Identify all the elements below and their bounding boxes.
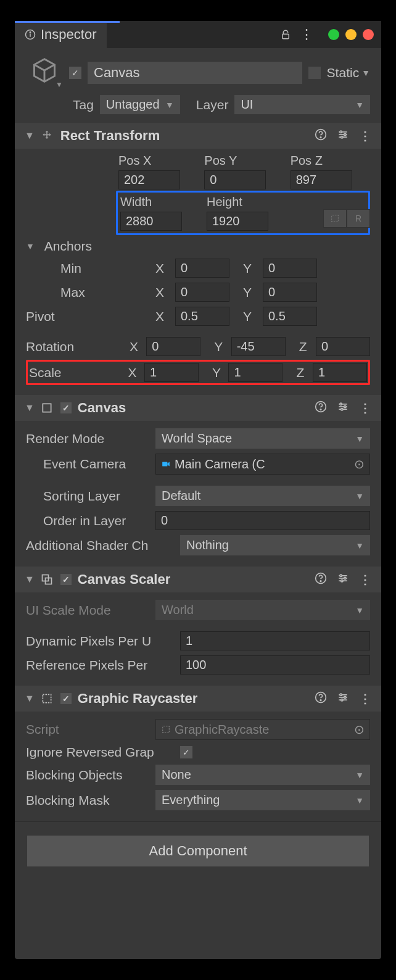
object-picker-icon[interactable]: ⊙ [354,457,365,471]
additional-shader-dropdown[interactable]: Nothing▼ [180,535,370,555]
presets-icon[interactable] [337,401,349,415]
script-field: GraphicRaycaste ⊙ [155,719,370,740]
ignore-reversed-checkbox[interactable]: ✓ [180,746,192,758]
static-checkbox[interactable] [308,67,321,79]
tag-dropdown[interactable]: Untagged▼ [100,95,180,114]
svg-point-32 [341,580,343,582]
presets-icon[interactable] [337,572,349,587]
foldout-icon[interactable]: ▼ [25,693,35,704]
tag-label: Tag [73,98,94,112]
blocking-objects-dropdown[interactable]: None▼ [155,765,370,785]
kebab-icon[interactable]: ⋮ [359,691,371,706]
static-label: Static [327,65,360,80]
width-input[interactable] [120,212,182,231]
svg-rect-3 [283,34,289,39]
anchor-max-y[interactable] [263,283,317,302]
traffic-green[interactable] [328,29,339,40]
svg-rect-22 [162,462,167,467]
reference-pixels-input[interactable] [180,655,370,675]
svg-point-2 [30,32,31,33]
pivot-y[interactable] [263,307,317,326]
anchor-min-y[interactable] [263,259,317,278]
tab-inspector[interactable]: Inspector [15,21,107,48]
camera-icon [161,460,171,468]
traffic-red[interactable] [363,29,374,40]
event-camera-field[interactable]: Main Camera (C ⊙ [155,454,370,475]
canvas-scaler-enabled-checkbox[interactable]: ✓ [60,574,72,585]
height-input[interactable] [207,212,268,231]
foldout-icon[interactable]: ▼ [25,130,35,141]
foldout-icon[interactable]: ▼ [25,574,35,585]
sorting-layer-dropdown[interactable]: Default▼ [155,486,370,506]
svg-rect-42 [163,726,170,733]
svg-point-26 [320,581,321,582]
dynamic-pixels-input[interactable] [180,631,370,650]
svg-point-35 [320,700,321,701]
svg-point-39 [340,694,342,696]
canvas-scaler-icon [41,573,54,586]
svg-point-15 [320,409,321,410]
tab-label: Inspector [41,27,97,43]
gameobject-name-input[interactable] [88,62,302,84]
svg-point-40 [344,696,346,698]
svg-rect-12 [332,215,339,222]
traffic-yellow[interactable] [345,29,357,40]
scale-x[interactable] [144,363,199,382]
blueprint-mode-button[interactable] [323,209,347,228]
add-component-button[interactable]: Add Component [27,836,369,866]
help-icon[interactable] [315,691,327,706]
svg-point-30 [340,575,342,576]
scale-y[interactable] [228,363,283,382]
raw-mode-button[interactable]: R [347,209,370,228]
pos-x-input[interactable] [118,170,180,189]
lock-icon[interactable] [280,29,291,40]
pos-y-input[interactable] [204,170,266,189]
svg-rect-33 [43,694,51,702]
component-header-canvas-scaler[interactable]: ▼ ✓ Canvas Scaler ⋮ [15,567,381,592]
svg-point-9 [340,131,342,133]
foldout-icon[interactable]: ▼ [25,402,35,413]
order-in-layer-input[interactable] [155,511,370,530]
svg-point-5 [320,137,321,138]
pos-z-input[interactable] [291,170,352,189]
kebab-icon[interactable]: ⋮ [359,401,371,415]
foldout-icon[interactable]: ▼ [26,241,35,251]
presets-icon[interactable] [337,128,349,143]
pivot-x[interactable] [175,307,229,326]
svg-point-19 [340,403,342,405]
rect-transform-icon [41,130,54,142]
svg-point-10 [344,133,346,135]
layer-dropdown[interactable]: UI▼ [234,95,370,114]
tab-bar: Inspector ⋮ [15,21,381,48]
script-icon [161,725,171,734]
render-mode-dropdown[interactable]: World Space▼ [155,428,370,449]
svg-point-21 [341,409,343,410]
svg-rect-13 [43,404,51,412]
svg-point-11 [341,136,343,138]
chevron-down-icon[interactable]: ▼ [361,68,370,78]
component-header-graphic-raycaster[interactable]: ▼ ✓ Graphic Raycaster ⋮ [15,686,381,712]
kebab-icon[interactable]: ⋮ [359,128,371,143]
kebab-icon[interactable]: ⋮ [359,572,371,587]
rot-x[interactable] [146,337,200,356]
rot-y[interactable] [231,337,286,356]
component-header-canvas[interactable]: ▼ ✓ Canvas ⋮ [15,395,381,421]
graphic-raycaster-enabled-checkbox[interactable]: ✓ [60,693,72,704]
kebab-icon[interactable]: ⋮ [300,27,313,43]
anchor-min-x[interactable] [175,259,229,278]
blocking-mask-dropdown[interactable]: Everything▼ [155,790,370,810]
enabled-checkbox[interactable]: ✓ [69,67,81,79]
scale-z[interactable] [313,363,367,382]
help-icon[interactable] [315,572,327,587]
rot-z[interactable] [316,337,370,356]
presets-icon[interactable] [337,691,349,706]
highlight-scale: ScaleXYZ [26,360,370,385]
gameobject-icon[interactable]: ▼ [26,57,63,89]
help-icon[interactable] [315,128,327,143]
anchor-max-x[interactable] [175,283,229,302]
help-icon[interactable] [315,401,327,415]
component-header-rect-transform[interactable]: ▼ Rect Transform ⋮ [15,123,381,149]
chevron-down-icon[interactable]: ▼ [56,80,63,89]
canvas-enabled-checkbox[interactable]: ✓ [60,402,72,413]
svg-point-31 [344,577,346,579]
